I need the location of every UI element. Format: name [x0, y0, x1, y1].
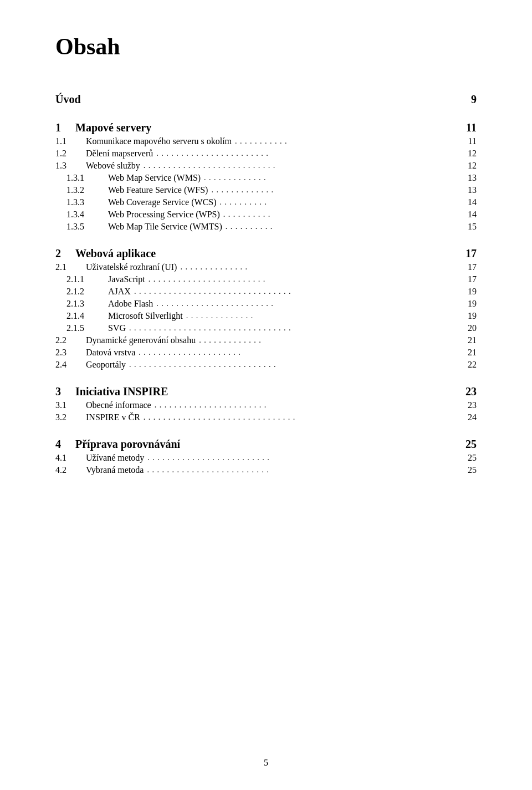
toc-section-1-2: 1.2 Dělení mapserverů . . . . . . . . . … [55, 149, 477, 159]
toc-section-1-2-dots: . . . . . . . . . . . . . . . . . . . . … [156, 149, 460, 158]
toc-section-3-1-num: 3.1 [55, 400, 86, 410]
toc-section-3-2-label: INSPIRE v ČR [86, 412, 140, 422]
toc-section-2-1: 2.1 Uživatelské rozhraní (UI) . . . . . … [55, 262, 477, 272]
toc-subsection-2-1-1-text: JavaScript . . . . . . . . . . . . . . .… [108, 274, 477, 284]
toc-subsection-2-1-3-num: 2.1.3 [66, 299, 108, 309]
toc-subsection-1-3-1-page: 13 [463, 173, 477, 183]
toc-subsection-2-1-3-page: 19 [463, 299, 477, 309]
toc-subsection-1-3-4: 1.3.4 Web Processing Service (WPS) . . .… [55, 210, 477, 220]
toc-section-3-1-page: 23 [463, 400, 477, 410]
toc-subsection-2-1-4-num: 2.1.4 [66, 311, 108, 321]
toc-section-4-2-num: 4.2 [55, 465, 86, 475]
toc-section-1-1-dots: . . . . . . . . . . . [235, 137, 460, 146]
toc-subsection-2-1-2-label: AJAX [108, 287, 131, 297]
toc-section-1-2-text: Dělení mapserverů . . . . . . . . . . . … [86, 149, 477, 159]
toc-chapter-2-left: 2 Webová aplikace [55, 247, 156, 260]
toc-intro-page: 9 [471, 93, 477, 106]
toc-subsection-1-3-4-page: 14 [463, 210, 477, 220]
toc-section-2-2-dots: . . . . . . . . . . . . . [199, 336, 460, 345]
toc-section-1-2-label: Dělení mapserverů [86, 149, 153, 159]
toc-section-1-2-page: 12 [463, 149, 477, 159]
toc-section-2-2-text: Dynamické generování obsahu . . . . . . … [86, 335, 477, 345]
toc-section-2-3: 2.3 Datová vrstva . . . . . . . . . . . … [55, 348, 477, 358]
toc-section-4-1: 4.1 Užívané metody . . . . . . . . . . .… [55, 453, 477, 463]
toc-chapter-2-num: 2 [55, 247, 69, 260]
toc-chapter-3-num: 3 [55, 385, 69, 398]
toc-section-4-1-num: 4.1 [55, 453, 86, 463]
toc-subsection-1-3-5-num: 1.3.5 [66, 222, 108, 232]
toc-section-3-1-label: Obecné informace [86, 400, 151, 410]
toc-subsection-2-1-2-dots: . . . . . . . . . . . . . . . . . . . . … [134, 287, 460, 296]
toc-subsection-2-1-2-num: 2.1.2 [66, 287, 108, 297]
toc-section-1-1-label: Komunikace mapového serveru s okolím [86, 136, 232, 146]
toc-subsection-1-3-1-dots: . . . . . . . . . . . . . [204, 174, 460, 182]
toc-section-2-4-label: Geoportály [86, 360, 126, 370]
toc-chapter-4-title: Příprava porovnávání [75, 438, 180, 451]
toc-chapter-1-page: 11 [466, 121, 477, 134]
toc-subsection-2-1-3: 2.1.3 Adobe Flash . . . . . . . . . . . … [55, 299, 477, 309]
toc-subsection-1-3-3-num: 1.3.3 [66, 197, 108, 207]
toc-subsection-1-3-5-page: 15 [463, 222, 477, 232]
toc-section-3-1-text: Obecné informace . . . . . . . . . . . .… [86, 400, 477, 410]
toc-subsection-1-3-2-text: Web Feature Service (WFS) . . . . . . . … [108, 185, 477, 195]
toc-subsection-2-1-1-label: JavaScript [108, 274, 145, 284]
toc-subsection-1-3-3-text: Web Coverage Service (WCS) . . . . . . .… [108, 197, 477, 207]
toc-section-2-2-label: Dynamické generování obsahu [86, 335, 196, 345]
toc-chapter-2-row: 2 Webová aplikace 17 [55, 247, 477, 260]
toc-section-2-2-page: 21 [463, 335, 477, 345]
toc-section-3-2-dots: . . . . . . . . . . . . . . . . . . . . … [144, 413, 460, 422]
toc-intro-row: Úvod 9 [55, 93, 477, 106]
toc-subsection-1-3-5: 1.3.5 Web Map Tile Service (WMTS) . . . … [55, 222, 477, 232]
toc-section-1-3-page: 12 [463, 161, 477, 171]
toc-subsection-1-3-4-text: Web Processing Service (WPS) . . . . . .… [108, 210, 477, 220]
toc-section-2-4: 2.4 Geoportály . . . . . . . . . . . . .… [55, 360, 477, 370]
toc-subsection-1-3-1: 1.3.1 Web Map Service (WMS) . . . . . . … [55, 173, 477, 183]
toc-subsection-2-1-4-text: Microsoft Silverlight . . . . . . . . . … [108, 311, 477, 321]
toc-subsection-2-1-5-text: SVG . . . . . . . . . . . . . . . . . . … [108, 323, 477, 333]
toc-subsection-1-3-1-num: 1.3.1 [66, 173, 108, 183]
toc-section-4-1-text: Užívané metody . . . . . . . . . . . . .… [86, 453, 477, 463]
toc-subsection-2-1-5-dots: . . . . . . . . . . . . . . . . . . . . … [129, 324, 460, 333]
toc-section-1-3-num: 1.3 [55, 161, 86, 171]
toc-subsection-2-1-1-dots: . . . . . . . . . . . . . . . . . . . . … [149, 275, 460, 284]
toc-chapter-1-num: 1 [55, 121, 69, 134]
toc-subsection-2-1-5: 2.1.5 SVG . . . . . . . . . . . . . . . … [55, 323, 477, 333]
toc-section-2-4-page: 22 [463, 360, 477, 370]
toc-subsection-2-1-4-label: Microsoft Silverlight [108, 311, 183, 321]
toc-section-4-1-dots: . . . . . . . . . . . . . . . . . . . . … [147, 453, 460, 462]
toc-subsection-1-3-4-label: Web Processing Service (WPS) [108, 210, 220, 220]
toc-subsection-1-3-5-label: Web Map Tile Service (WMTS) [108, 222, 222, 232]
toc-chapter-3-page: 23 [466, 385, 477, 398]
toc-section-2-3-text: Datová vrstva . . . . . . . . . . . . . … [86, 348, 477, 358]
toc-chapter-1-left: 1 Mapové servery [55, 121, 151, 134]
toc-section-2-1-text: Uživatelské rozhraní (UI) . . . . . . . … [86, 262, 477, 272]
toc-section-4-2: 4.2 Vybraná metoda . . . . . . . . . . .… [55, 465, 477, 475]
toc-section-1-1: 1.1 Komunikace mapového serveru s okolím… [55, 136, 477, 146]
toc-chapter-4-left: 4 Příprava porovnávání [55, 438, 180, 451]
toc-section-4-2-label: Vybraná metoda [86, 465, 144, 475]
toc-section-1-3-text: Webové služby . . . . . . . . . . . . . … [86, 161, 477, 171]
toc-subsection-1-3-5-dots: . . . . . . . . . . [226, 222, 460, 231]
toc-section-1-2-num: 1.2 [55, 149, 86, 159]
toc-subsection-1-3-3-label: Web Coverage Service (WCS) [108, 197, 217, 207]
toc-subsection-1-3-1-text: Web Map Service (WMS) . . . . . . . . . … [108, 173, 477, 183]
toc-subsection-1-3-3: 1.3.3 Web Coverage Service (WCS) . . . .… [55, 197, 477, 207]
toc-subsection-2-1-2-page: 19 [463, 287, 477, 297]
toc-section-3-2-num: 3.2 [55, 412, 86, 422]
toc-subsection-2-1-3-text: Adobe Flash . . . . . . . . . . . . . . … [108, 299, 477, 309]
toc-section-1-1-num: 1.1 [55, 136, 86, 146]
toc-subsection-1-3-3-dots: . . . . . . . . . . [220, 198, 460, 207]
page: Obsah Úvod 9 1 Mapové servery 11 1.1 Kom… [0, 0, 532, 790]
toc-section-2-3-page: 21 [463, 348, 477, 358]
toc-section-2-4-text: Geoportály . . . . . . . . . . . . . . .… [86, 360, 477, 370]
toc-subsection-1-3-2-dots: . . . . . . . . . . . . . [211, 186, 460, 195]
toc-chapter-4-page: 25 [466, 438, 477, 451]
toc-subsection-2-1-3-label: Adobe Flash [108, 299, 153, 309]
toc-chapter-3-title: Iniciativa INSPIRE [75, 385, 168, 398]
toc-chapter-1-row: 1 Mapové servery 11 [55, 121, 477, 134]
toc-subsection-1-3-4-dots: . . . . . . . . . . [223, 210, 460, 219]
toc-intro-label: Úvod [55, 93, 81, 106]
toc-subsection-2-1-1-num: 2.1.1 [66, 274, 108, 284]
toc-subsection-2-1-5-page: 20 [463, 323, 477, 333]
toc-subsection-2-1-4-dots: . . . . . . . . . . . . . . [186, 312, 460, 320]
